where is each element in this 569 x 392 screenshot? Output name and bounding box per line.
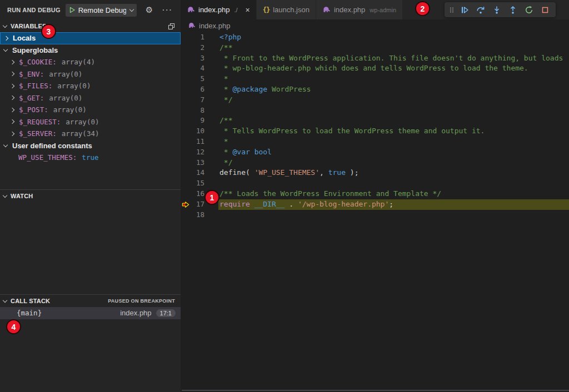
chevron-right-icon: [10, 132, 14, 136]
drag-handle-icon[interactable]: [447, 3, 456, 17]
code-text[interactable]: * @package WordPress: [218, 84, 569, 95]
frame-file: index.php: [120, 309, 151, 317]
variable-row-_server[interactable]: $_SERVER:array(34): [0, 128, 181, 140]
scope-row-locals[interactable]: Locals: [0, 32, 181, 44]
code-line-9[interactable]: 9/**: [181, 115, 569, 126]
variable-row-_request[interactable]: $_REQUEST:array(0): [0, 116, 181, 128]
code-text[interactable]: * @var bool: [218, 147, 569, 158]
variable-name: $_COOKIE:: [19, 58, 57, 66]
collapse-all-icon[interactable]: [168, 23, 175, 30]
line-number: 6: [192, 84, 204, 95]
code-line-14[interactable]: 14define( 'WP_USE_THEMES', true );: [181, 168, 569, 178]
chevron-right-icon: [4, 36, 8, 41]
code-editor[interactable]: 1<?php2/**3 * Front to the WordPress app…: [181, 32, 569, 220]
step-out-button[interactable]: [505, 3, 521, 17]
tab-index-php-wp-admin[interactable]: index.php wp-admin: [316, 0, 403, 19]
watch-header-label: WATCH: [11, 193, 33, 199]
code-line-1[interactable]: 1<?php: [181, 32, 569, 43]
code-line-5[interactable]: 5 *: [181, 74, 569, 84]
close-icon[interactable]: ×: [246, 6, 250, 14]
launch-config-dropdown[interactable]: Remote Debugg: [66, 4, 137, 17]
line-number: 4: [192, 63, 204, 74]
variables-section-header[interactable]: VARIABLES: [0, 20, 181, 32]
code-line-7[interactable]: 7 */: [181, 95, 569, 105]
variable-value: array(4): [62, 58, 95, 66]
editor-bottom-border: [182, 390, 569, 391]
tab-label: index.php: [198, 6, 229, 14]
variables-list: LocalsSuperglobals$_COOKIE:array(4)$_ENV…: [0, 32, 181, 164]
scope-row-user-defined-constants[interactable]: User defined constants: [0, 140, 181, 152]
continue-button[interactable]: [456, 3, 472, 17]
code-line-17[interactable]: 17require __DIR__ . '/wp-blog-header.php…: [181, 199, 569, 210]
gear-icon[interactable]: ⚙: [146, 5, 153, 15]
code-text[interactable]: /** Loads the WordPress Environment and …: [218, 189, 569, 199]
code-text[interactable]: */: [218, 158, 569, 168]
chevron-right-icon: [10, 84, 14, 88]
editor-tab-bar: index.php ./ × {} launch.json index.php …: [181, 0, 569, 19]
line-number: 13: [192, 158, 204, 168]
variable-row-_cookie[interactable]: $_COOKIE:array(4): [0, 56, 181, 68]
variable-row-_get[interactable]: $_GET:array(0): [0, 92, 181, 104]
code-text[interactable]: <?php: [218, 32, 569, 43]
variable-name: $_GET:: [19, 94, 44, 102]
code-text[interactable]: [218, 210, 569, 220]
code-line-8[interactable]: 8: [181, 105, 569, 116]
restart-button[interactable]: [521, 3, 537, 17]
chevron-right-icon: [10, 108, 14, 112]
watch-section-header[interactable]: WATCH: [0, 190, 181, 202]
variable-row-wp_use_themes[interactable]: WP_USE_THEMES:true: [0, 152, 181, 164]
call-stack-frame-row[interactable]: {main} index.php 17:1: [0, 307, 181, 319]
variable-name: $_FILES:: [19, 82, 52, 90]
code-line-6[interactable]: 6 * @package WordPress: [181, 84, 569, 95]
line-number: 14: [192, 168, 204, 178]
start-debug-icon[interactable]: [69, 7, 76, 13]
code-line-11[interactable]: 11 *: [181, 137, 569, 147]
code-line-12[interactable]: 12 * @var bool: [181, 147, 569, 158]
annotation-badge-2: 2: [415, 1, 430, 16]
variable-value: array(0): [53, 105, 87, 114]
variable-row-_post[interactable]: $_POST:array(0): [0, 104, 181, 116]
php-file-icon: [187, 6, 195, 14]
code-text[interactable]: * wp-blog-header.php which does and tell…: [218, 63, 569, 74]
scope-row-superglobals[interactable]: Superglobals: [0, 44, 181, 57]
code-text[interactable]: require __DIR__ . '/wp-blog-header.php';: [218, 199, 569, 210]
code-line-2[interactable]: 2/**: [181, 43, 569, 53]
breadcrumb[interactable]: index.php: [181, 19, 569, 32]
chevron-right-icon: [10, 60, 14, 64]
tab-detail: ./: [234, 7, 237, 13]
call-stack-section-header[interactable]: CALL STACK PAUSED ON BREAKPOINT: [0, 295, 181, 307]
code-text[interactable]: define( 'WP_USE_THEMES', true );: [218, 168, 569, 178]
tab-index-php[interactable]: index.php ./ ×: [181, 0, 257, 19]
code-text[interactable]: * Tells WordPress to load the WordPress …: [218, 126, 569, 137]
code-line-13[interactable]: 13 */: [181, 158, 569, 168]
variable-row-_env[interactable]: $_ENV:array(0): [0, 68, 181, 81]
step-over-button[interactable]: [472, 3, 488, 17]
variable-row-_files[interactable]: $_FILES:array(0): [0, 80, 181, 92]
code-text[interactable]: [218, 178, 569, 189]
code-text[interactable]: *: [218, 74, 569, 84]
code-text[interactable]: */: [218, 95, 569, 105]
code-line-3[interactable]: 3 * Front to the WordPress application. …: [181, 53, 569, 64]
step-into-button[interactable]: [488, 3, 505, 17]
code-line-15[interactable]: 15: [181, 178, 569, 189]
code-text[interactable]: *: [218, 137, 569, 147]
code-line-4[interactable]: 4 * wp-blog-header.php which does and te…: [181, 63, 569, 74]
tab-launch-json[interactable]: {} launch.json: [257, 0, 316, 19]
php-file-icon: [188, 22, 196, 29]
more-actions-icon[interactable]: ···: [162, 5, 172, 15]
stop-button[interactable]: [537, 3, 553, 17]
line-number: 12: [192, 147, 204, 158]
run-and-debug-title: RUN AND DEBUG: [7, 7, 61, 13]
watch-section: WATCH: [0, 189, 181, 202]
line-number: 1: [192, 32, 204, 43]
code-line-10[interactable]: 10 * Tells WordPress to load the WordPre…: [181, 126, 569, 137]
variable-name: WP_USE_THEMES:: [18, 153, 77, 162]
code-line-18[interactable]: 18: [181, 210, 569, 220]
code-text[interactable]: /**: [218, 43, 569, 53]
editor-area: index.php ./ × {} launch.json index.php …: [181, 0, 569, 392]
code-text[interactable]: [218, 105, 569, 116]
code-text[interactable]: * Front to the WordPress application. Th…: [218, 53, 569, 64]
code-line-16[interactable]: 16/** Loads the WordPress Environment an…: [181, 189, 569, 199]
breakpoint-current-line-icon[interactable]: [181, 200, 192, 209]
code-text[interactable]: /**: [218, 115, 569, 126]
